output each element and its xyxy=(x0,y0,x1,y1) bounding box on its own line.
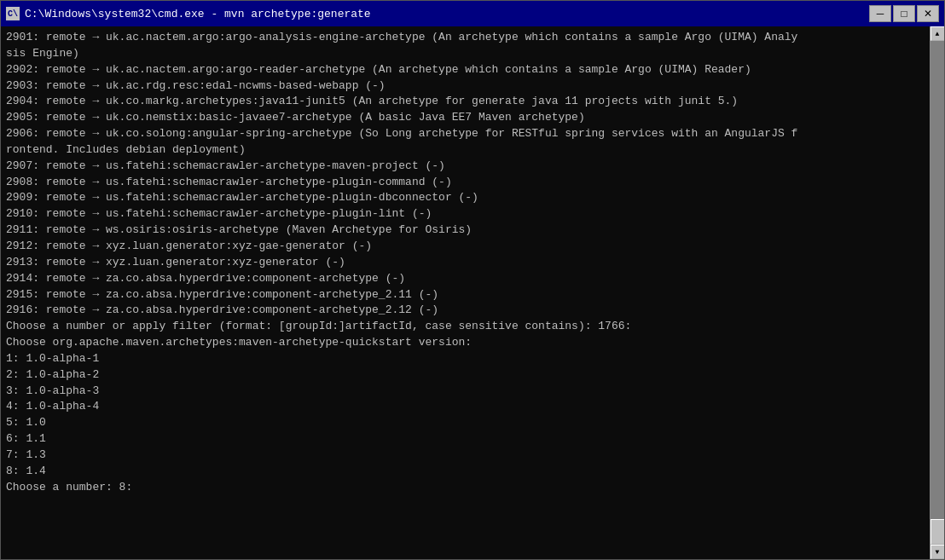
terminal-line: 3: 1.0-alpha-3 xyxy=(6,384,925,400)
scrollbar-thumb[interactable] xyxy=(931,519,945,545)
terminal-line: 7: 1.3 xyxy=(6,447,925,464)
terminal-line: 6: 1.1 xyxy=(6,431,925,447)
terminal-line: 2902: remote → uk.ac.nactem.argo:argo-re… xyxy=(6,62,925,78)
terminal-line: 8: 1.4 xyxy=(6,464,925,480)
terminal-line: 2907: remote → us.fatehi:schemacrawler-a… xyxy=(6,159,925,175)
minimize-button[interactable]: ─ xyxy=(869,5,891,22)
terminal-line: 5: 1.0 xyxy=(6,415,925,431)
scroll-down-button[interactable]: ▼ xyxy=(931,545,945,559)
terminal-line: Choose a number or apply filter (format:… xyxy=(6,319,925,335)
terminal-line: 2913: remote → xyz.luan.generator:xyz-ge… xyxy=(6,255,925,271)
maximize-button[interactable]: □ xyxy=(893,5,915,22)
terminal-line: 2909: remote → us.fatehi:schemacrawler-a… xyxy=(6,190,925,206)
terminal-line: 4: 1.0-alpha-4 xyxy=(6,399,925,415)
close-button[interactable]: ✕ xyxy=(917,5,939,22)
terminal-line: Choose org.apache.maven.archetypes:maven… xyxy=(6,335,925,351)
terminal-output[interactable]: 2901: remote → uk.ac.nactem.argo:argo-an… xyxy=(1,26,930,559)
terminal-line: 2915: remote → za.co.absa.hyperdrive:com… xyxy=(6,287,925,303)
terminal-line: 2910: remote → us.fatehi:schemacrawler-a… xyxy=(6,206,925,222)
terminal-line: 2914: remote → za.co.absa.hyperdrive:com… xyxy=(6,271,925,287)
terminal-line: 2903: remote → uk.ac.rdg.resc:edal-ncwms… xyxy=(6,78,925,95)
terminal-line: 2: 1.0-alpha-2 xyxy=(6,367,925,384)
scrollbar[interactable]: ▲ ▼ xyxy=(930,26,944,559)
terminal-line: 1: 1.0-alpha-1 xyxy=(6,351,925,367)
cmd-icon: C\ xyxy=(6,7,20,20)
scroll-up-button[interactable]: ▲ xyxy=(931,26,945,41)
scrollbar-track[interactable] xyxy=(931,41,945,545)
terminal-line: sis Engine) xyxy=(6,46,925,62)
terminal-line: 2908: remote → us.fatehi:schemacrawler-a… xyxy=(6,175,925,191)
content-area: 2901: remote → uk.ac.nactem.argo:argo-an… xyxy=(1,26,944,559)
terminal-line: 2904: remote → uk.co.markg.archetypes:ja… xyxy=(6,94,925,110)
title-bar: C\ C:\Windows\system32\cmd.exe - mvn arc… xyxy=(1,1,944,26)
terminal-line: 2912: remote → xyz.luan.generator:xyz-ga… xyxy=(6,239,925,255)
terminal-line: Choose a number: 8: xyxy=(6,480,925,496)
title-bar-left: C\ C:\Windows\system32\cmd.exe - mvn arc… xyxy=(6,7,371,20)
terminal-line: 2901: remote → uk.ac.nactem.argo:argo-an… xyxy=(6,30,925,46)
window-title: C:\Windows\system32\cmd.exe - mvn archet… xyxy=(25,8,371,20)
window-controls: ─ □ ✕ xyxy=(869,5,939,22)
cmd-window: C\ C:\Windows\system32\cmd.exe - mvn arc… xyxy=(0,0,945,560)
terminal-line: rontend. Includes debian deployment) xyxy=(6,142,925,159)
terminal-line: 2906: remote → uk.co.solong:angular-spri… xyxy=(6,126,925,142)
terminal-line: 2916: remote → za.co.absa.hyperdrive:com… xyxy=(6,303,925,319)
terminal-line: 2905: remote → uk.co.nemstix:basic-javae… xyxy=(6,110,925,126)
terminal-line: 2911: remote → ws.osiris:osiris-archetyp… xyxy=(6,222,925,239)
